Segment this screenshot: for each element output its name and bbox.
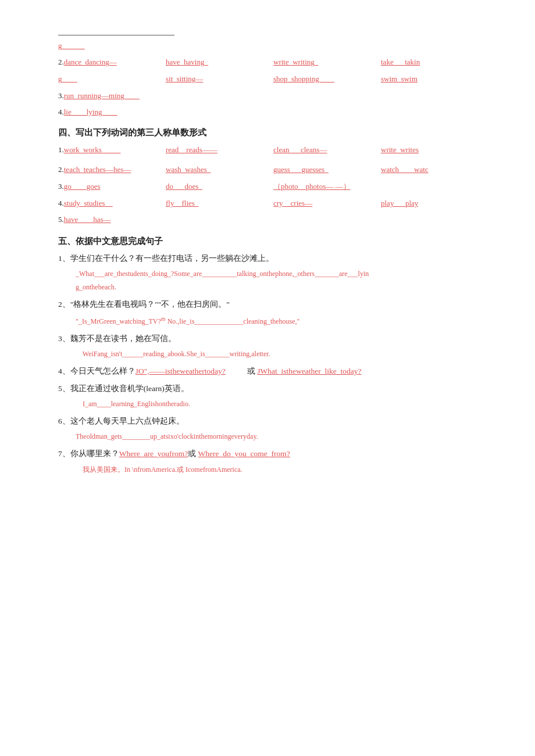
- q5-answer: I_am____learning_Englishontheradio.: [76, 397, 488, 411]
- line-run: 3.run_running—ming____: [58, 89, 488, 102]
- section3-block: g______ 2.dance_dancing— have_having_ wr…: [58, 39, 488, 119]
- row2: g____ sit_sitting— shop_shopping____ swi…: [58, 72, 488, 87]
- s4-row3: 3.go____goes do___does_ （photo__photos— …: [58, 180, 488, 194]
- s4-c1-r1: 1.work_works_____: [58, 143, 166, 157]
- s4-c4-r4: play___play: [381, 196, 488, 211]
- s4-c1-r4: 4.study_studies__: [58, 196, 166, 211]
- cell-g2: g____: [58, 72, 166, 87]
- s4-row4: 4.study_studies__ fly__flies_ cry__cries…: [58, 196, 488, 211]
- q5-chinese: 5、我正在通过收音机学(learn)英语。: [58, 382, 488, 396]
- cell-write: write_writing_: [273, 55, 381, 70]
- cell-take: take___takin: [381, 55, 488, 70]
- s4-c2-r4: fly__flies_: [166, 196, 273, 211]
- g-blank: g______: [58, 41, 85, 50]
- s4-c2-r2: wash_washes_: [166, 163, 273, 177]
- s4-c4-r2: watch____watc: [381, 163, 488, 177]
- line-g: g______: [58, 39, 488, 52]
- s4-c3-r3: （photo__photos— —）: [273, 180, 381, 194]
- s4-c3-r2: guess___guesses_: [273, 163, 381, 177]
- page-container: g______ 2.dance_dancing— have_having_ wr…: [58, 35, 488, 476]
- s4-c1-r2: 2.teach_teaches—hes—: [58, 163, 166, 177]
- s4-c1-r3: 3.go____goes: [58, 180, 166, 194]
- q7-answer: 我从美国来。In \nfromAmerica.或 IcomefromAmeric…: [76, 463, 488, 476]
- top-underline: [58, 35, 174, 35]
- q3-chinese: 3、魏芳不是在读书，她在写信。: [58, 332, 488, 346]
- q4-chinese: 4、今日天气怎么样？JO",——istheweathertoday? 或 JWh…: [58, 364, 488, 378]
- row1: 2.dance_dancing— have_having_ write_writ…: [58, 55, 488, 70]
- s4-c2-r3: do___does_: [166, 180, 273, 194]
- q1-chinese: 1、学生们在干什么？有一些在打电话，另一些躺在沙滩上。: [58, 252, 488, 266]
- s4-c3-r1: clean___cleans—: [273, 143, 381, 157]
- line-lie: 4.lie____lying____: [58, 105, 488, 119]
- s4-c2-r1: read__reads——: [166, 143, 273, 157]
- s4-c4-r1: write_writes: [381, 143, 488, 157]
- q2-answer: "_Is_MrGreen_watching_TV?m No.,lie_is___…: [76, 313, 488, 328]
- s4-row5: 5.have____has—: [58, 213, 488, 226]
- section4-title: 四、写出下列动词的第三人称单数形式: [58, 127, 488, 138]
- section5-block: 五、依据中文意思完成句子 1、学生们在干什么？有一些在打电话，另一些躺在沙滩上。…: [58, 236, 488, 476]
- cell-have: have_having_: [166, 55, 273, 70]
- s4-c4-r3: [381, 180, 488, 194]
- q3-answer: WeiFang_isn't______reading_abook.She_is_…: [76, 347, 488, 361]
- section4-block: 四、写出下列动词的第三人称单数形式 1.work_works_____ read…: [58, 127, 488, 227]
- q6-answer: Theoldman_gets________up_atsixo'clockint…: [76, 430, 488, 443]
- q1-answer: _What___are_thestudents_doing_?Some_are_…: [76, 267, 488, 294]
- cell-sit: sit_sitting—: [166, 72, 273, 87]
- q2-chinese: 2、"格林先生在看电视吗？""不，他在扫房间。": [58, 298, 488, 311]
- q7-chinese: 7、你从哪里来？Where_are_youfrom?或 Where_do_you…: [58, 447, 488, 461]
- s4-c3-r4: cry__cries—: [273, 196, 381, 211]
- cell-shop: shop_shopping____: [273, 72, 381, 87]
- s4-row2: 2.teach_teaches—hes— wash_washes_ guess_…: [58, 163, 488, 177]
- section5-title: 五、依据中文意思完成句子: [58, 236, 488, 247]
- cell-swim: swim_swim: [381, 72, 488, 87]
- cell-dance: 2.dance_dancing—: [58, 55, 166, 70]
- s4-row1: 1.work_works_____ read__reads—— clean___…: [58, 143, 488, 157]
- q6-chinese: 6、这个老人每天早上六点钟起床。: [58, 414, 488, 428]
